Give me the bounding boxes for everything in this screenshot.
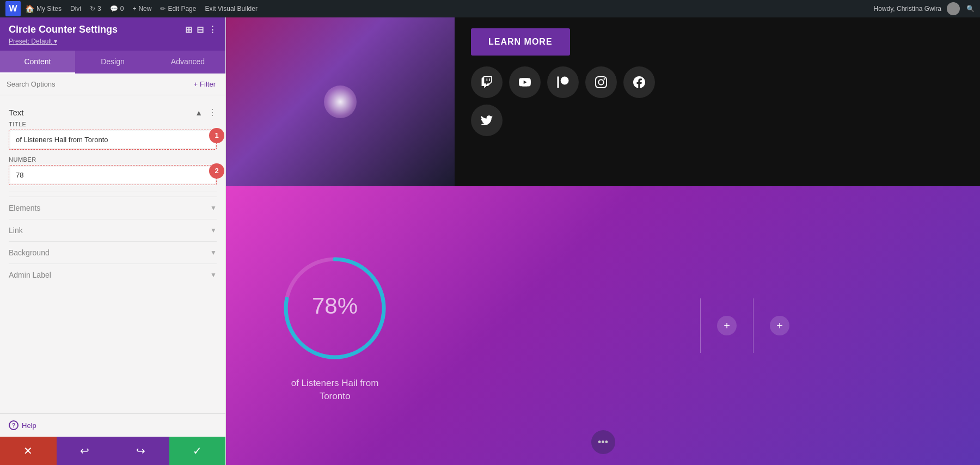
section-text-header[interactable]: Text ▲ ⋮: [9, 102, 217, 121]
tab-content[interactable]: Content: [0, 51, 75, 74]
main-layout: Circle Counter Settings ⊞ ⊟ ⋮ Preset: De…: [0, 17, 980, 465]
columns-icon[interactable]: ⊟: [197, 25, 204, 35]
preview-bottom: 78% of Listeners Hail fromToronto + + ••…: [226, 186, 980, 465]
plus-icon: +: [132, 5, 136, 13]
panel-title-row: Circle Counter Settings ⊞ ⊟ ⋮: [9, 24, 217, 35]
settings-panel: Circle Counter Settings ⊞ ⊟ ⋮ Preset: De…: [0, 17, 226, 465]
circle-counter: 78% of Listeners Hail fromToronto: [275, 248, 395, 403]
number-input[interactable]: [10, 167, 215, 183]
confirm-button[interactable]: ✓: [169, 437, 226, 465]
preview-light-effect: [324, 85, 357, 118]
twitter-icon[interactable]: [471, 105, 503, 136]
more-options-icon[interactable]: ⋮: [208, 25, 217, 35]
redo-icon: ↪: [136, 444, 145, 457]
admin-bar-divi[interactable]: Divi: [66, 0, 85, 17]
section-text: Text ▲ ⋮ Title 1 Number: [9, 102, 217, 192]
preset-line: Preset: Default ▾: [9, 38, 217, 45]
admin-bar-comments[interactable]: 💬 0: [106, 0, 128, 17]
user-greeting: Howdy, Christina Gwira: [874, 5, 941, 13]
background-chevron: ▼: [210, 249, 217, 256]
divider-left: [700, 298, 701, 353]
elements-label: Elements: [9, 204, 40, 212]
youtube-icon[interactable]: [509, 66, 541, 98]
undo-button[interactable]: ↩: [57, 437, 113, 465]
field-group-number: Number 2: [9, 156, 217, 185]
divider-right: [753, 298, 754, 353]
learn-more-button[interactable]: LEARN MORE: [471, 28, 570, 56]
updates-icon: ↻: [90, 5, 95, 13]
circle-counter-title: of Listeners Hail fromToronto: [291, 377, 379, 403]
admin-bar-my-sites[interactable]: 🏠 My Sites: [21, 0, 66, 17]
title-field-label: Title: [9, 121, 217, 127]
admin-label-label: Admin Label: [9, 271, 51, 279]
section-background[interactable]: Background ▼: [9, 241, 217, 264]
section-link[interactable]: Link ▼: [9, 219, 217, 241]
instagram-icon[interactable]: [585, 66, 617, 98]
user-avatar: [947, 2, 960, 15]
wp-logo-icon: W: [9, 4, 17, 14]
preset-label[interactable]: Preset: Default ▾: [9, 38, 57, 45]
home-icon: 🏠: [25, 4, 34, 13]
elements-chevron: ▼: [210, 204, 217, 212]
section-elements[interactable]: Elements ▼: [9, 197, 217, 219]
filter-button[interactable]: + Filter: [191, 79, 219, 89]
number-input-wrap: [9, 165, 217, 185]
panel-header: Circle Counter Settings ⊞ ⊟ ⋮ Preset: De…: [0, 17, 225, 51]
twitter-row: [471, 105, 964, 136]
section-text-menu[interactable]: ⋮: [208, 107, 217, 118]
module-options-button[interactable]: •••: [591, 430, 615, 454]
admin-label-chevron: ▼: [210, 271, 217, 279]
facebook-icon[interactable]: [623, 66, 655, 98]
tab-design[interactable]: Design: [75, 51, 150, 74]
column-dividers: + +: [700, 298, 789, 353]
search-icon[interactable]: 🔍: [966, 5, 975, 13]
cancel-icon: ✕: [23, 444, 33, 457]
comments-icon: 💬: [110, 5, 118, 13]
confirm-icon: ✓: [193, 444, 202, 457]
title-input-wrap: [9, 130, 217, 150]
help-label: Help: [22, 421, 36, 430]
preview-top: LEARN MORE: [226, 17, 980, 186]
section-text-title: Text: [9, 108, 24, 117]
search-input[interactable]: [7, 80, 191, 88]
admin-bar-edit-page[interactable]: ✏ Edit Page: [156, 0, 200, 17]
tab-advanced[interactable]: Advanced: [150, 51, 225, 74]
undo-icon: ↩: [80, 444, 89, 457]
link-chevron: ▼: [210, 227, 217, 234]
preview-social-area: LEARN MORE: [455, 17, 980, 186]
wp-admin-bar: W 🏠 My Sites Divi ↻ 3 💬 0 + New ✏ Edit P…: [0, 0, 980, 17]
background-label: Background: [9, 248, 50, 257]
panel-content: Text ▲ ⋮ Title 1 Number: [0, 95, 225, 413]
preview-area: LEARN MORE: [226, 17, 980, 465]
number-field-label: Number: [9, 156, 217, 163]
patreon-icon[interactable]: [547, 66, 579, 98]
cancel-button[interactable]: ✕: [0, 437, 57, 465]
title-input[interactable]: [10, 131, 215, 148]
admin-bar-user: Howdy, Christina Gwira 🔍: [874, 2, 975, 15]
panel-footer: ? Help: [0, 413, 225, 437]
title-badge: 1: [209, 128, 224, 143]
help-icon: ?: [9, 420, 19, 430]
social-icons-row: [471, 66, 964, 98]
field-group-title: Title 1: [9, 121, 217, 150]
link-label: Link: [9, 226, 23, 235]
preview-image: [226, 17, 455, 186]
number-badge: 2: [209, 163, 224, 179]
add-column-btn-right[interactable]: +: [770, 316, 789, 335]
wp-logo[interactable]: W: [5, 1, 21, 16]
section-text-chevron: ▲: [195, 108, 203, 117]
fullscreen-icon[interactable]: ⊞: [185, 25, 192, 35]
svg-text:78%: 78%: [312, 293, 358, 319]
filter-icon: +: [194, 80, 198, 88]
panel-tabs: Content Design Advanced: [0, 51, 225, 74]
admin-bar-new[interactable]: + New: [128, 0, 156, 17]
twitch-icon[interactable]: [471, 66, 503, 98]
admin-bar-updates[interactable]: ↻ 3: [85, 0, 106, 17]
redo-button[interactable]: ↪: [113, 437, 169, 465]
edit-icon: ✏: [160, 5, 166, 13]
section-admin-label[interactable]: Admin Label ▼: [9, 264, 217, 286]
help-button[interactable]: ? Help: [9, 420, 217, 430]
admin-bar-exit-builder[interactable]: Exit Visual Builder: [200, 0, 262, 17]
search-bar: + Filter: [0, 74, 225, 95]
add-column-btn-left[interactable]: +: [717, 316, 737, 335]
